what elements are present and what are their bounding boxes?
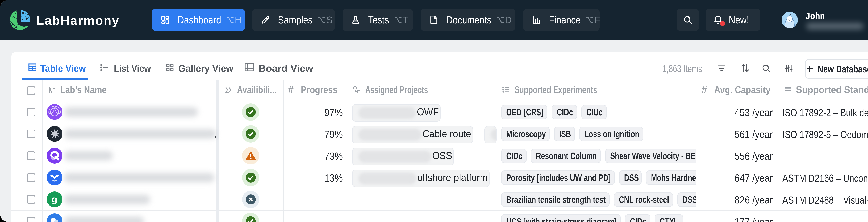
svg-text:g: g xyxy=(52,194,58,204)
